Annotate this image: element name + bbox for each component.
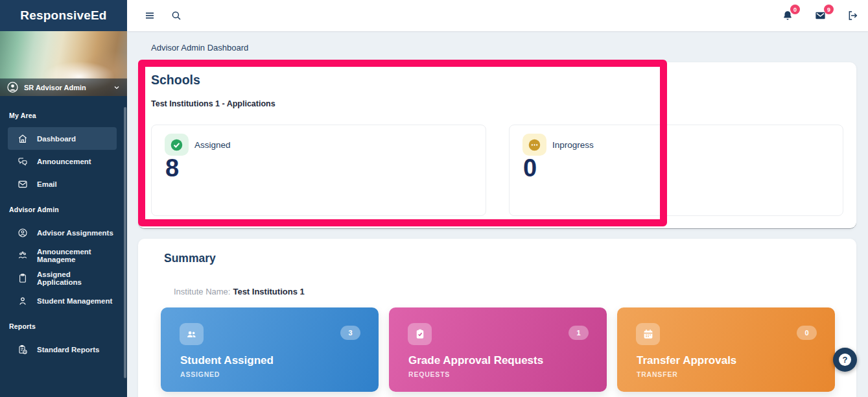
standard-reports-icon [18,344,28,355]
chevron-down-icon [113,84,121,91]
card-count-badge: 0 [797,326,817,340]
search-icon[interactable] [170,10,182,21]
stat-card-assigned[interactable]: Assigned 8 [151,125,486,216]
user-name: SR Advisor Admin [24,84,108,91]
stat-label: Inprogress [552,140,594,150]
summary-cards-row: 3 Student Assigned ASSIGNED 1 Grade Appr… [161,307,835,392]
avatar [6,81,19,93]
sidebar-scrollbar[interactable] [124,107,126,378]
assigned-applications-icon [18,273,28,283]
breadcrumb: Advisor Admin Dashboard [151,43,248,53]
sidebar-item-assigned-applications[interactable]: Assigned Applications [8,267,117,289]
card-student-assigned[interactable]: 3 Student Assigned ASSIGNED [161,307,379,392]
sidebar-item-label: Email [37,180,57,188]
ellipsis-circle-icon [522,134,546,156]
sidebar-item-label: Advisor Assignments [37,229,113,237]
sidebar-item-announcement-management[interactable]: Announcement Manageme [8,244,117,267]
announcement-icon [18,156,28,167]
announcement-management-icon [18,250,28,261]
main-content: Advisor Admin Dashboard Schools Test Ins… [127,31,868,397]
sidebar: ResponsiveEd SR Advisor Admin My Area [0,0,127,397]
card-subtitle: TRANSFER [637,370,678,378]
sidebar-item-email[interactable]: Email [8,173,117,195]
bell-icon[interactable]: 0 [782,10,793,21]
sidebar-item-label: Announcement Manageme [37,248,117,263]
email-icon [18,179,28,189]
card-subtitle: ASSIGNED [180,370,220,378]
advisor-assignments-icon [18,228,28,238]
sidebar-item-standard-reports[interactable]: Standard Reports [8,338,117,361]
card-transfer-approvals[interactable]: 0 Transfer Approvals TRANSFER [617,307,835,392]
institute-name: Test Institutions 1 [233,287,304,296]
students-icon [180,323,204,345]
institute-label: Institute Name: [174,287,230,296]
sidebar-item-announcement[interactable]: Announcement [8,150,117,173]
sidebar-item-student-management[interactable]: Student Management [8,289,117,312]
card-count-badge: 1 [569,326,589,340]
mail-badge: 9 [824,5,834,14]
schools-subtitle: Test Institutions 1 - Applications [151,99,276,108]
schools-panel: Schools Test Institutions 1 - Applicatio… [138,62,856,229]
sidebar-item-label: Assigned Applications [37,271,117,286]
summary-panel: Summary Institute Name:Test Institutions… [138,239,856,397]
sidebar-item-label: Announcement [37,158,91,165]
sidebar-item-dashboard[interactable]: Dashboard [8,127,117,150]
card-title: Transfer Approvals [637,354,736,367]
profile-banner-image: SR Advisor Admin [0,31,127,96]
sidebar-menu: My Area Dashboard Announcement [0,96,127,361]
institute-line: Institute Name:Test Institutions 1 [174,287,305,296]
card-title: Grade Approval Requests [408,354,543,367]
card-subtitle: REQUESTS [408,370,450,378]
mail-icon[interactable]: 9 [814,10,827,21]
home-icon [18,134,28,144]
stat-value: 0 [523,154,537,182]
card-grade-approval-requests[interactable]: 1 Grade Approval Requests REQUESTS [389,307,607,392]
card-count-badge: 3 [340,326,360,340]
summary-title: Summary [164,252,216,265]
user-menu[interactable]: SR Advisor Admin [0,78,127,96]
menu-section-reports: Reports [0,312,127,338]
help-button[interactable]: ? [833,348,857,372]
stat-value: 8 [165,154,179,182]
help-icon: ? [839,354,851,366]
brand-logo: ResponsiveEd [0,0,127,31]
card-title: Student Assigned [180,354,274,367]
sidebar-item-label: Dashboard [37,135,76,143]
check-circle-icon [165,134,189,156]
menu-section-my-area: My Area [0,101,127,127]
schools-title: Schools [151,73,200,88]
sidebar-item-advisor-assignments[interactable]: Advisor Assignments [8,221,117,244]
calendar-icon [636,323,660,345]
hamburger-icon[interactable] [144,10,156,21]
stat-label: Assigned [194,140,231,150]
clipboard-check-icon [408,323,432,345]
bell-badge: 0 [790,5,800,14]
topbar: 0 9 [127,0,868,31]
sidebar-item-label: Student Management [37,297,112,305]
student-management-icon [18,296,28,306]
sidebar-item-label: Standard Reports [37,346,100,354]
menu-section-advisor-admin: Advisor Admin [0,195,127,221]
stat-card-inprogress[interactable]: Inprogress 0 [509,125,843,216]
logout-icon[interactable] [847,10,859,21]
